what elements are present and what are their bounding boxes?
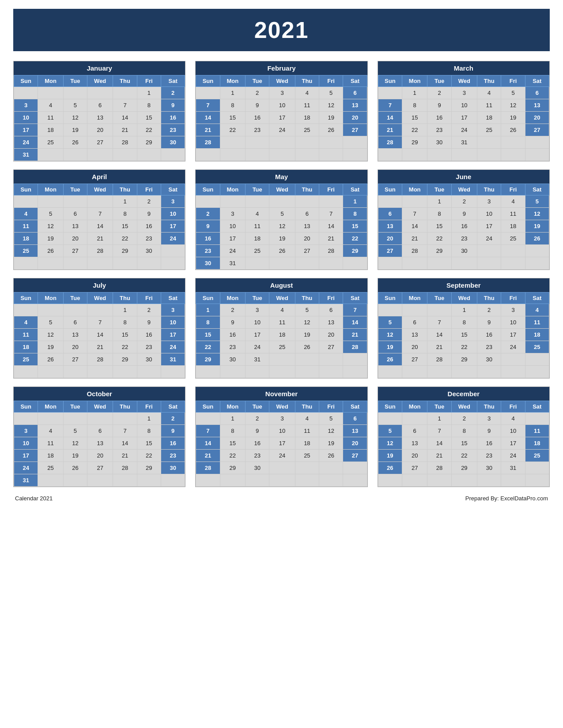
day-cell [269, 474, 295, 487]
day-cell: 19 [269, 233, 295, 245]
day-cell: 18 [246, 233, 269, 245]
week-row: 123456 [196, 413, 367, 425]
day-cell [501, 136, 525, 149]
week-row: 18192021222324 [14, 233, 185, 245]
day-cell: 28 [113, 136, 137, 149]
day-cell [220, 149, 245, 161]
week-row: 21222324252627 [196, 450, 367, 462]
day-cell: 23 [427, 124, 451, 136]
day-cell [196, 149, 220, 161]
day-cell: 22 [113, 233, 137, 245]
day-cell: 9 [246, 425, 269, 437]
month-table: SunMonTueWedThuFriSat1234567891011121314… [14, 401, 185, 487]
day-cell: 18 [525, 329, 549, 341]
day-cell: 6 [63, 208, 87, 220]
day-cell: 15 [113, 220, 137, 233]
week-row [14, 257, 185, 270]
week-row: 31 [14, 149, 185, 161]
day-cell: 21 [427, 450, 451, 462]
week-row: 14151617181920 [196, 437, 367, 450]
day-cell: 30 [451, 245, 477, 257]
day-cell: 22 [113, 341, 137, 353]
day-cell: 25 [38, 136, 63, 149]
day-cell: 4 [269, 304, 295, 316]
day-header-thu: Thu [295, 293, 319, 304]
day-header-sun: Sun [14, 184, 38, 195]
day-header-sun: Sun [14, 293, 38, 304]
month-block-june: JuneSunMonTueWedThuFriSat123456789101112… [378, 169, 550, 270]
day-cell: 5 [63, 99, 87, 112]
month-table: SunMonTueWedThuFriSat1234567891011121314… [14, 184, 185, 270]
day-cell: 3 [269, 87, 295, 99]
day-cell: 12 [525, 208, 549, 220]
week-row: 21222324252627 [378, 124, 549, 136]
day-cell: 21 [196, 124, 220, 136]
day-cell: 11 [501, 208, 525, 220]
day-cell: 25 [246, 245, 269, 257]
day-header-fri: Fri [501, 401, 525, 413]
day-header-fri: Fri [137, 75, 161, 87]
day-header-tue: Tue [246, 401, 269, 413]
day-cell [14, 257, 38, 270]
day-cell: 30 [220, 353, 245, 366]
day-cell [343, 136, 367, 149]
day-cell: 20 [525, 112, 549, 124]
day-cell [269, 366, 295, 378]
day-cell: 20 [87, 124, 113, 136]
day-cell: 15 [220, 437, 245, 450]
day-cell: 25 [295, 450, 319, 462]
day-cell: 4 [477, 87, 501, 99]
week-row: 16171819202122 [196, 233, 367, 245]
day-cell: 28 [87, 245, 113, 257]
day-cell: 7 [427, 316, 451, 329]
day-cell: 26 [269, 245, 295, 257]
day-header-wed: Wed [451, 293, 477, 304]
day-cell: 17 [161, 220, 185, 233]
day-cell: 3 [220, 208, 245, 220]
week-row: 262728293031 [378, 462, 549, 474]
page: 2021 JanuarySunMonTueWedThuFriSat1234567… [0, 0, 563, 728]
day-cell [246, 149, 269, 161]
day-cell: 16 [137, 220, 161, 233]
day-header-wed: Wed [451, 184, 477, 195]
day-cell [113, 366, 137, 378]
day-cell: 30 [137, 353, 161, 366]
day-cell: 13 [63, 220, 87, 233]
day-cell: 24 [161, 233, 185, 245]
day-cell: 28 [87, 353, 113, 366]
day-cell: 13 [343, 99, 367, 112]
day-cell [196, 366, 220, 378]
day-cell [269, 462, 295, 474]
month-block-may: MaySunMonTueWedThuFriSat1234567891011121… [195, 169, 367, 270]
week-row: 22232425262728 [196, 341, 367, 353]
day-cell [87, 195, 113, 208]
day-cell: 15 [402, 112, 427, 124]
day-cell [319, 149, 343, 161]
day-cell: 21 [343, 329, 367, 341]
day-cell: 27 [319, 341, 343, 353]
day-cell: 24 [501, 450, 525, 462]
day-header-mon: Mon [402, 401, 427, 413]
day-cell: 29 [196, 353, 220, 366]
month-block-july: JulySunMonTueWedThuFriSat123456789101112… [13, 278, 185, 379]
day-header-wed: Wed [269, 293, 295, 304]
day-header-wed: Wed [87, 75, 113, 87]
day-cell: 13 [378, 220, 402, 233]
day-cell: 19 [525, 220, 549, 233]
day-cell [319, 257, 343, 270]
month-table: SunMonTueWedThuFriSat1234567891011121314… [196, 75, 367, 161]
day-header-sun: Sun [196, 75, 220, 87]
day-cell [525, 462, 549, 474]
day-cell: 23 [137, 341, 161, 353]
day-cell: 21 [378, 124, 402, 136]
day-cell: 10 [269, 99, 295, 112]
day-cell [319, 195, 343, 208]
day-cell: 31 [161, 353, 185, 366]
day-cell: 12 [378, 329, 402, 341]
day-cell: 22 [220, 124, 245, 136]
day-cell: 6 [402, 425, 427, 437]
day-cell [295, 195, 319, 208]
day-header-thu: Thu [113, 75, 137, 87]
day-cell [501, 245, 525, 257]
day-cell: 10 [161, 208, 185, 220]
